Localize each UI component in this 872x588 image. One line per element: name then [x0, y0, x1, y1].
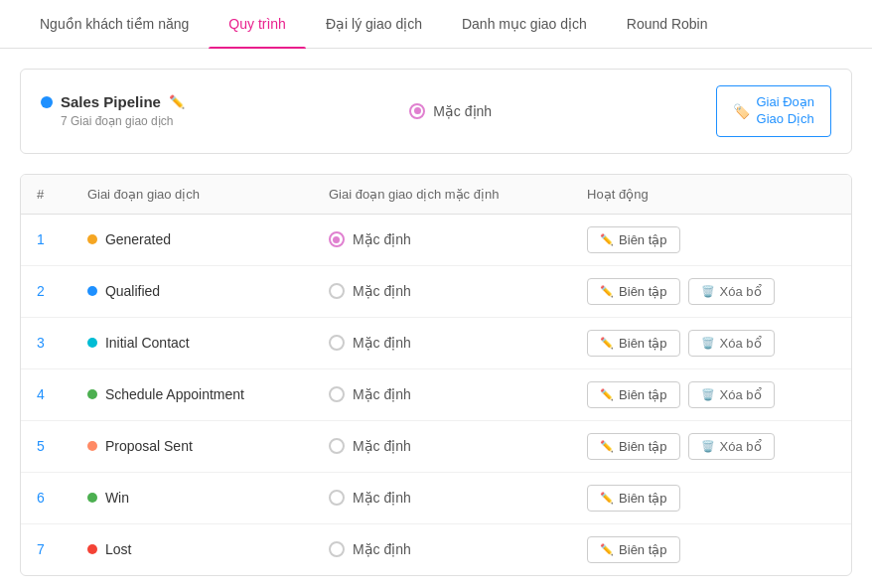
- action-cell: ✏️ Biên tập: [571, 472, 851, 523]
- default-radio[interactable]: [329, 335, 345, 351]
- edit-button[interactable]: ✏️ Biên tập: [587, 485, 679, 512]
- pipeline-info: Sales Pipeline ✏️ 7 Giai đoạn giao dịch: [41, 93, 185, 128]
- row-number: 3: [21, 317, 72, 368]
- nav-tabs: Nguồn khách tiềm năng Quy trình Đại lý g…: [0, 0, 872, 49]
- table-row: 7LostMặc định✏️ Biên tập: [21, 523, 851, 575]
- stage-label: Proposal Sent: [105, 438, 193, 454]
- edit-button[interactable]: ✏️ Biên tập: [587, 381, 679, 408]
- default-radio-cell: Mặc định: [313, 265, 571, 317]
- default-radio-selected[interactable]: [409, 103, 425, 119]
- default-radio-label: Mặc định: [353, 438, 411, 454]
- table-row: 4Schedule AppointmentMặc định✏️ Biên tập…: [21, 368, 851, 420]
- default-radio-cell: Mặc định: [313, 214, 571, 265]
- default-label: Mặc định: [433, 103, 492, 119]
- edit-icon: ✏️: [600, 543, 614, 556]
- stage-color-dot: [87, 544, 97, 554]
- default-radio-cell: Mặc định: [313, 472, 571, 523]
- table-row: 6WinMặc định✏️ Biên tập: [21, 472, 851, 523]
- table-row: 1GeneratedMặc định✏️ Biên tập: [21, 214, 851, 265]
- edit-button[interactable]: ✏️ Biên tập: [587, 536, 679, 563]
- col-action: Hoạt động: [571, 175, 851, 215]
- delete-button[interactable]: 🗑️ Xóa bổ: [688, 330, 775, 357]
- tab-round-robin[interactable]: Round Robin: [607, 0, 728, 48]
- trash-icon: 🗑️: [701, 285, 715, 298]
- edit-button[interactable]: ✏️ Biên tập: [587, 226, 679, 253]
- edit-icon: ✏️: [600, 492, 614, 505]
- stage-color-dot: [87, 389, 97, 399]
- default-radio-cell: Mặc định: [313, 368, 571, 420]
- table-header-row: # Giai đoạn giao dịch Giai đoạn giao dịc…: [21, 175, 851, 215]
- stage-name-cell: Lost: [72, 523, 313, 575]
- tab-quy-trinh[interactable]: Quy trình: [209, 0, 306, 48]
- row-number: 2: [21, 265, 72, 317]
- edit-icon: ✏️: [600, 388, 614, 401]
- stage-label: Generated: [105, 231, 171, 247]
- edit-button[interactable]: ✏️ Biên tập: [587, 433, 679, 460]
- pipeline-subtitle: 7 Giai đoạn giao dịch: [61, 114, 185, 128]
- stage-color-dot: [87, 338, 97, 348]
- pipeline-card: Sales Pipeline ✏️ 7 Giai đoạn giao dịch …: [20, 69, 852, 154]
- trash-icon: 🗑️: [701, 440, 715, 453]
- stage-name-cell: Initial Contact: [72, 317, 313, 368]
- action-cell: ✏️ Biên tập: [571, 523, 851, 575]
- btn-stage-text: Giai Đoạn Giao Dịch: [756, 94, 814, 128]
- tab-danh-muc[interactable]: Danh mục giao dịch: [442, 0, 607, 48]
- pipeline-title: Sales Pipeline: [61, 93, 161, 110]
- default-radio-label: Mặc định: [353, 490, 411, 506]
- delete-button[interactable]: 🗑️ Xóa bổ: [688, 433, 775, 460]
- row-number: 5: [21, 420, 72, 472]
- stage-name-cell: Win: [72, 472, 313, 523]
- default-radio[interactable]: [329, 490, 345, 506]
- pipeline-title-row: Sales Pipeline ✏️: [41, 93, 185, 110]
- default-radio-cell: Mặc định: [313, 420, 571, 472]
- pipeline-dot: [41, 96, 53, 108]
- add-stage-button[interactable]: 🏷️ Giai Đoạn Giao Dịch: [716, 85, 831, 137]
- table-row: 2QualifiedMặc định✏️ Biên tập🗑️ Xóa bổ: [21, 265, 851, 317]
- stage-label: Initial Contact: [105, 335, 190, 351]
- default-radio-label: Mặc định: [353, 283, 411, 299]
- action-cell: ✏️ Biên tập🗑️ Xóa bổ: [571, 368, 851, 420]
- default-radio[interactable]: [329, 541, 345, 557]
- default-radio-label: Mặc định: [353, 386, 411, 402]
- stage-label: Qualified: [105, 283, 160, 299]
- default-radio[interactable]: [329, 283, 345, 299]
- default-radio[interactable]: [329, 231, 345, 247]
- edit-icon: ✏️: [600, 337, 614, 350]
- delete-button[interactable]: 🗑️ Xóa bổ: [688, 278, 775, 305]
- pipeline-edit-icon[interactable]: ✏️: [169, 94, 185, 109]
- stage-name-cell: Generated: [72, 214, 313, 265]
- default-radio[interactable]: [329, 438, 345, 454]
- stage-name-cell: Proposal Sent: [72, 420, 313, 472]
- stage-label: Win: [105, 490, 129, 506]
- row-number: 7: [21, 523, 72, 575]
- trash-icon: 🗑️: [701, 388, 715, 401]
- stages-table: # Giai đoạn giao dịch Giai đoạn giao dịc…: [21, 175, 851, 575]
- edit-button[interactable]: ✏️ Biên tập: [587, 278, 679, 305]
- row-number: 6: [21, 472, 72, 523]
- stage-color-dot: [87, 234, 97, 244]
- action-cell: ✏️ Biên tập🗑️ Xóa bổ: [571, 317, 851, 368]
- stage-name-cell: Qualified: [72, 265, 313, 317]
- action-cell: ✏️ Biên tập: [571, 214, 851, 265]
- trash-icon: 🗑️: [701, 337, 715, 350]
- row-number: 4: [21, 368, 72, 420]
- delete-button[interactable]: 🗑️ Xóa bổ: [688, 381, 775, 408]
- stage-label: Lost: [105, 541, 131, 557]
- default-radio-label: Mặc định: [353, 231, 411, 247]
- table-row: 3Initial ContactMặc định✏️ Biên tập🗑️ Xó…: [21, 317, 851, 368]
- tab-dai-ly[interactable]: Đại lý giao dịch: [306, 0, 442, 48]
- stage-color-dot: [87, 441, 97, 451]
- edit-icon: ✏️: [600, 440, 614, 453]
- edit-icon: ✏️: [600, 285, 614, 298]
- default-radio-label: Mặc định: [353, 335, 411, 351]
- default-radio[interactable]: [329, 386, 345, 402]
- col-num: #: [21, 175, 72, 215]
- add-stage-icon: 🏷️: [733, 102, 750, 120]
- pipeline-default: Mặc định: [409, 103, 492, 119]
- edit-button[interactable]: ✏️ Biên tập: [587, 330, 679, 357]
- col-default: Giai đoạn giao dịch mặc định: [313, 175, 571, 215]
- edit-icon: ✏️: [600, 233, 614, 246]
- default-radio-cell: Mặc định: [313, 317, 571, 368]
- default-radio-label: Mặc định: [353, 541, 411, 557]
- tab-nguon[interactable]: Nguồn khách tiềm năng: [20, 0, 209, 48]
